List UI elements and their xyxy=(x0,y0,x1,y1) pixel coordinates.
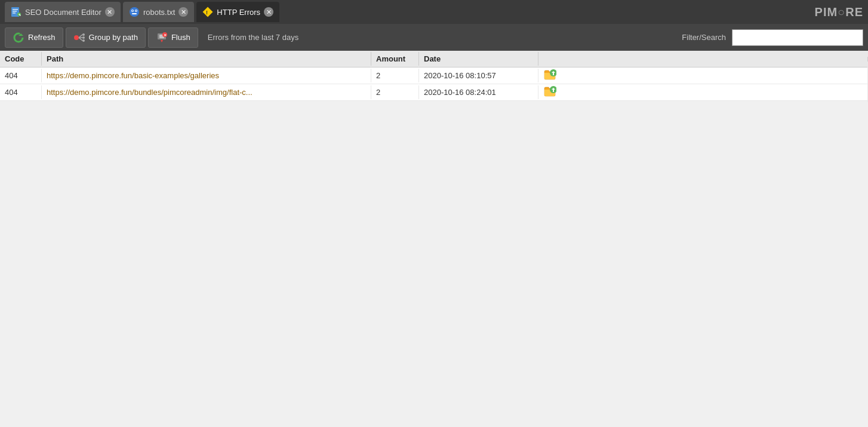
cell-path-1[interactable]: https://demo.pimcore.fun/basic-examples/… xyxy=(42,69,371,82)
cell-path-2[interactable]: https://demo.pimcore.fun/bundles/pimcore… xyxy=(42,85,371,99)
cell-amount-2: 2 xyxy=(371,85,419,99)
column-header-code: Code xyxy=(0,52,42,66)
pimcore-logo: PIM○RE xyxy=(815,5,863,19)
filter-label: Filter/Search xyxy=(682,33,726,42)
svg-rect-12 xyxy=(203,7,213,17)
svg-point-22 xyxy=(82,39,85,42)
open-action-icon-2[interactable] xyxy=(543,85,556,98)
tab-http-errors-close[interactable]: ✕ xyxy=(264,7,273,17)
svg-point-20 xyxy=(82,33,85,36)
group-by-path-icon xyxy=(73,32,85,44)
refresh-button[interactable]: Refresh xyxy=(5,27,63,48)
tab-robots-txt-label: robots.txt xyxy=(143,8,175,17)
cell-code-1: 404 xyxy=(0,69,42,82)
svg-rect-30 xyxy=(553,73,554,75)
column-header-action xyxy=(538,57,868,62)
column-header-amount: Amount xyxy=(371,52,419,66)
table-header: Code Path Amount Date xyxy=(0,51,868,67)
flush-label: Flush xyxy=(171,33,190,42)
tab-robots-txt-close[interactable]: ✕ xyxy=(178,7,188,17)
refresh-label: Refresh xyxy=(28,33,56,42)
data-table: Code Path Amount Date 404 https://demo.p… xyxy=(0,51,868,101)
open-action-icon-1[interactable] xyxy=(543,68,556,81)
seo-icon: ✎ xyxy=(11,7,21,17)
svg-text:✕: ✕ xyxy=(164,33,167,36)
robots-icon xyxy=(129,7,140,17)
svg-rect-33 xyxy=(553,90,554,92)
cell-date-1: 2020-10-16 08:10:57 xyxy=(419,69,538,82)
svg-point-10 xyxy=(132,10,133,11)
cell-date-2: 2020-10-16 08:24:01 xyxy=(419,85,538,99)
svg-rect-9 xyxy=(132,13,137,14)
svg-rect-2 xyxy=(13,11,17,12)
svg-text:✎: ✎ xyxy=(19,13,21,17)
group-by-path-button[interactable]: Group by path xyxy=(66,27,146,48)
svg-point-16 xyxy=(74,35,79,40)
refresh-icon xyxy=(13,32,24,44)
flush-icon: ✕ xyxy=(156,32,168,44)
svg-point-21 xyxy=(82,36,85,39)
table-row: 404 https://demo.pimcore.fun/basic-examp… xyxy=(0,67,868,84)
tab-robots-txt[interactable]: robots.txt ✕ xyxy=(123,2,194,22)
cell-code-2: 404 xyxy=(0,85,42,99)
svg-rect-1 xyxy=(13,9,18,10)
table-row: 404 https://demo.pimcore.fun/bundles/pim… xyxy=(0,84,868,101)
flush-button[interactable]: ✕ Flush xyxy=(148,27,198,48)
svg-rect-3 xyxy=(13,13,16,14)
column-header-path: Path xyxy=(42,52,371,66)
svg-text:!: ! xyxy=(206,10,208,16)
toolbar: Refresh Group by path ✕ xyxy=(0,24,868,51)
tab-seo-editor-label: SEO Document Editor xyxy=(25,8,101,17)
tab-http-errors[interactable]: ! HTTP Errors ✕ xyxy=(196,2,279,22)
tab-seo-editor-close[interactable]: ✕ xyxy=(105,7,115,17)
filter-search-input[interactable] xyxy=(732,29,863,46)
tab-seo-editor[interactable]: ✎ SEO Document Editor ✕ xyxy=(5,2,121,22)
cell-amount-1: 2 xyxy=(371,69,419,82)
group-by-path-label: Group by path xyxy=(89,33,138,42)
tab-http-errors-label: HTTP Errors xyxy=(217,8,260,17)
toolbar-info-text: Errors from the last 7 days xyxy=(208,33,298,42)
svg-point-6 xyxy=(130,7,139,17)
column-header-date: Date xyxy=(419,52,538,66)
tab-bar: ✎ SEO Document Editor ✕ robots.txt ✕ ! xyxy=(0,0,868,24)
svg-point-11 xyxy=(136,10,137,11)
svg-marker-25 xyxy=(161,40,163,42)
http-errors-icon: ! xyxy=(202,7,213,17)
cell-action-2[interactable] xyxy=(538,82,868,102)
